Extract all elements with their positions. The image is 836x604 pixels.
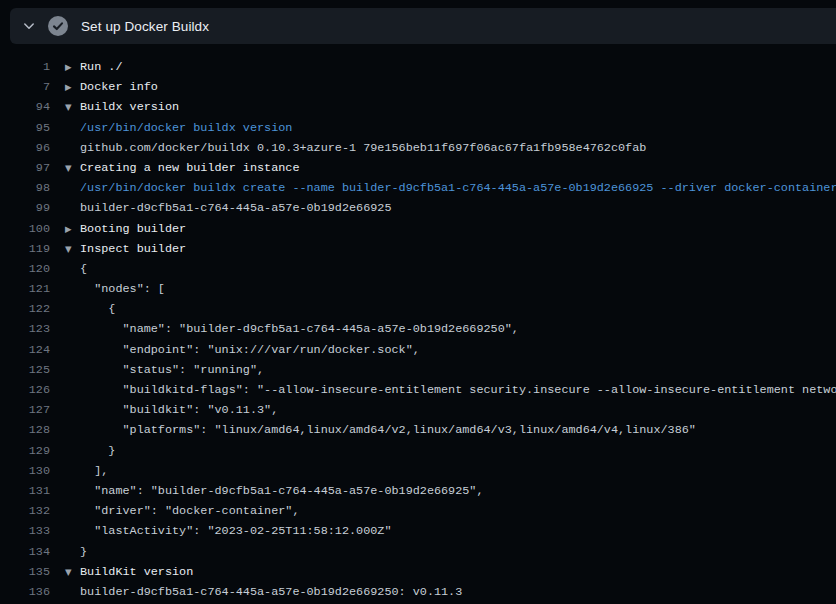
line-number: 1 <box>0 57 50 77</box>
log-text: Inspect builder <box>80 239 836 259</box>
line-number: 100 <box>0 219 50 239</box>
log-line-row: 98/usr/bin/docker buildx create --name b… <box>0 178 836 198</box>
triangle-expanded-icon: ▼ <box>50 97 80 117</box>
line-number: 99 <box>0 198 50 218</box>
line-number: 95 <box>0 118 50 138</box>
line-number: 123 <box>0 319 50 339</box>
line-number: 96 <box>0 138 50 158</box>
marker-spacer <box>50 380 80 400</box>
log-group-row[interactable]: 100▶Booting builder <box>0 219 836 239</box>
log-line-row: 126 "buildkitd-flags": "--allow-insecure… <box>0 380 836 400</box>
log-text: "name": "builder-d9cfb5a1-c764-445a-a57e… <box>80 481 836 501</box>
log-group-row[interactable]: 119▼Inspect builder <box>0 239 836 259</box>
log-text: /usr/bin/docker buildx version <box>80 118 836 138</box>
triangle-collapsed-icon: ▶ <box>50 77 80 97</box>
line-number: 131 <box>0 481 50 501</box>
triangle-expanded-icon: ▼ <box>50 562 80 582</box>
line-number: 127 <box>0 400 50 420</box>
log-line-row: 136builder-d9cfb5a1-c764-445a-a57e-0b19d… <box>0 582 836 602</box>
log-line-row: 123 "name": "builder-d9cfb5a1-c764-445a-… <box>0 319 836 339</box>
marker-spacer <box>50 501 80 521</box>
log-text: "driver": "docker-container", <box>80 501 836 521</box>
log-text: ], <box>80 461 836 481</box>
log-line-row: 125 "status": "running", <box>0 360 836 380</box>
marker-spacer <box>50 299 80 319</box>
log-text: "buildkitd-flags": "--allow-insecure-ent… <box>80 380 836 400</box>
log-line-row: 99builder-d9cfb5a1-c764-445a-a57e-0b19d2… <box>0 198 836 218</box>
log-text: Creating a new builder instance <box>80 158 836 178</box>
line-number: 126 <box>0 380 50 400</box>
marker-spacer <box>50 542 80 562</box>
line-number: 130 <box>0 461 50 481</box>
log-area: 1▶Run ./7▶Docker info94▼Buildx version95… <box>0 44 836 604</box>
marker-spacer <box>50 118 80 138</box>
log-line-row: 95/usr/bin/docker buildx version <box>0 118 836 138</box>
line-number: 133 <box>0 521 50 541</box>
log-text: "nodes": [ <box>80 279 836 299</box>
line-number: 119 <box>0 239 50 259</box>
log-line-row: 121 "nodes": [ <box>0 279 836 299</box>
marker-spacer <box>50 441 80 461</box>
log-text: "status": "running", <box>80 360 836 380</box>
line-number: 134 <box>0 542 50 562</box>
log-text: Buildx version <box>80 97 836 117</box>
log-text: Run ./ <box>80 57 836 77</box>
line-number: 122 <box>0 299 50 319</box>
log-line-row: 131 "name": "builder-d9cfb5a1-c764-445a-… <box>0 481 836 501</box>
triangle-collapsed-icon: ▶ <box>50 219 80 239</box>
line-number: 7 <box>0 77 50 97</box>
chevron-down-icon <box>22 19 36 33</box>
log-text: "lastActivity": "2023-02-25T11:58:12.000… <box>80 521 836 541</box>
log-text: "name": "builder-d9cfb5a1-c764-445a-a57e… <box>80 319 836 339</box>
log-text: Docker info <box>80 77 836 97</box>
marker-spacer <box>50 521 80 541</box>
log-line-row: 124 "endpoint": "unix:///var/run/docker.… <box>0 340 836 360</box>
log-text: github.com/docker/buildx 0.10.3+azure-1 … <box>80 138 836 158</box>
marker-spacer <box>50 259 80 279</box>
log-group-row[interactable]: 94▼Buildx version <box>0 97 836 117</box>
log-text: "platforms": "linux/amd64,linux/amd64/v2… <box>80 420 836 440</box>
log-line-row: 122 { <box>0 299 836 319</box>
log-group-row[interactable]: 97▼Creating a new builder instance <box>0 158 836 178</box>
log-text: Booting builder <box>80 219 836 239</box>
log-text: /usr/bin/docker buildx create --name bui… <box>80 178 836 198</box>
step-header[interactable]: Set up Docker Buildx <box>10 8 836 44</box>
marker-spacer <box>50 138 80 158</box>
marker-spacer <box>50 279 80 299</box>
marker-spacer <box>50 420 80 440</box>
line-number: 136 <box>0 582 50 602</box>
triangle-collapsed-icon: ▶ <box>50 57 80 77</box>
log-text: builder-d9cfb5a1-c764-445a-a57e-0b19d2e6… <box>80 582 836 602</box>
log-text: BuildKit version <box>80 562 836 582</box>
triangle-expanded-icon: ▼ <box>50 158 80 178</box>
line-number: 120 <box>0 259 50 279</box>
log-line-row: 96github.com/docker/buildx 0.10.3+azure-… <box>0 138 836 158</box>
log-line-row: 132 "driver": "docker-container", <box>0 501 836 521</box>
marker-spacer <box>50 360 80 380</box>
marker-spacer <box>50 178 80 198</box>
line-number: 135 <box>0 562 50 582</box>
log-line-row: 129 } <box>0 441 836 461</box>
marker-spacer <box>50 400 80 420</box>
marker-spacer <box>50 340 80 360</box>
log-line-row: 130 ], <box>0 461 836 481</box>
line-number: 132 <box>0 501 50 521</box>
line-number: 128 <box>0 420 50 440</box>
log-group-row[interactable]: 1▶Run ./ <box>0 57 836 77</box>
triangle-expanded-icon: ▼ <box>50 239 80 259</box>
marker-spacer <box>50 198 80 218</box>
collapse-step-button[interactable] <box>14 8 44 44</box>
log-group-row[interactable]: 7▶Docker info <box>0 77 836 97</box>
log-text: } <box>80 542 836 562</box>
log-text: { <box>80 259 836 279</box>
line-number: 129 <box>0 441 50 461</box>
log-line-row: 128 "platforms": "linux/amd64,linux/amd6… <box>0 420 836 440</box>
log-text: "endpoint": "unix:///var/run/docker.sock… <box>80 340 836 360</box>
log-line-row: 127 "buildkit": "v0.11.3", <box>0 400 836 420</box>
check-circle-icon <box>48 16 68 36</box>
marker-spacer <box>50 319 80 339</box>
log-group-row[interactable]: 135▼BuildKit version <box>0 562 836 582</box>
marker-spacer <box>50 481 80 501</box>
log-line-row: 134} <box>0 542 836 562</box>
log-text: "buildkit": "v0.11.3", <box>80 400 836 420</box>
